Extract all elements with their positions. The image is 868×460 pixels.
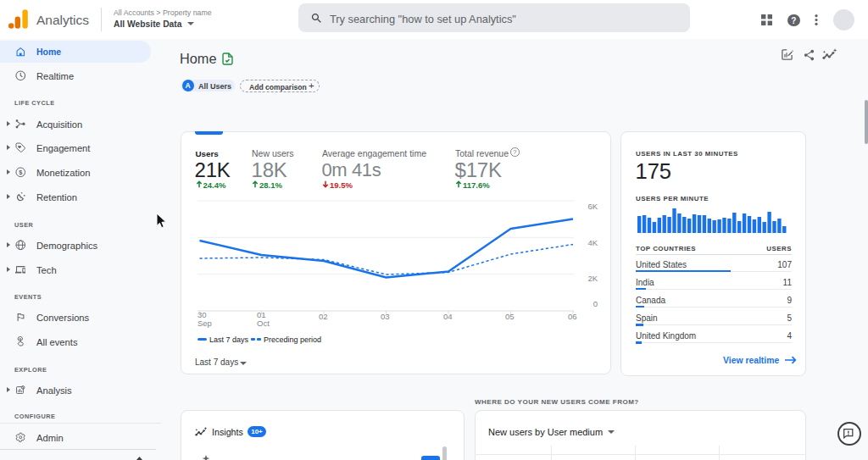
svg-text:$: $ bbox=[19, 168, 22, 175]
